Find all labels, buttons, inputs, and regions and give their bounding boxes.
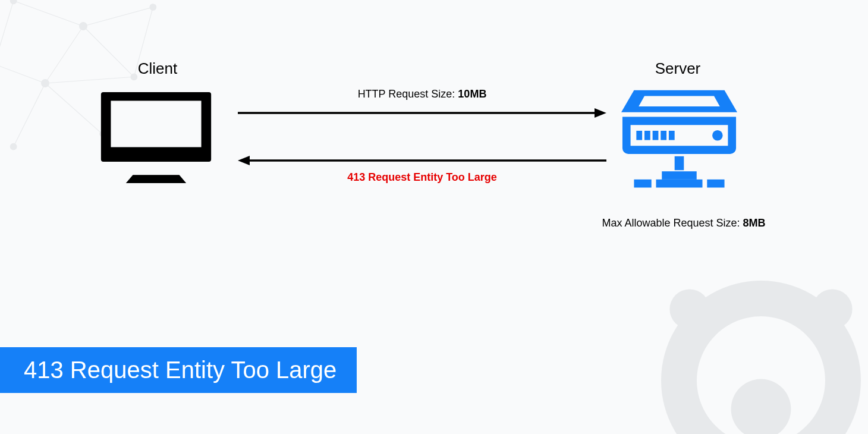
- svg-rect-34: [656, 180, 703, 188]
- svg-rect-26: [644, 131, 650, 140]
- max-request-label: Max Allowable Request Size: 8MB: [589, 217, 779, 229]
- request-size-label: HTTP Request Size: 10MB: [238, 88, 606, 100]
- svg-rect-32: [662, 171, 697, 180]
- svg-rect-24: [111, 101, 201, 147]
- svg-marker-23: [126, 175, 186, 183]
- svg-marker-37: [595, 108, 606, 118]
- server-icon: [621, 83, 737, 193]
- title-banner: 413 Request Entity Too Large: [0, 347, 357, 393]
- svg-rect-31: [675, 156, 684, 170]
- request-arrow: [238, 107, 606, 119]
- monitor-icon: [98, 89, 214, 187]
- svg-rect-27: [653, 131, 659, 140]
- svg-rect-33: [634, 180, 651, 188]
- svg-rect-28: [661, 131, 666, 140]
- server-label: Server: [618, 59, 737, 78]
- svg-rect-29: [669, 131, 675, 140]
- max-request-value: 8MB: [743, 217, 766, 229]
- max-request-prefix: Max Allowable Request Size:: [602, 217, 743, 229]
- response-arrow: [238, 155, 606, 166]
- request-size-prefix: HTTP Request Size:: [358, 88, 458, 100]
- response-error-label: 413 Request Entity Too Large: [238, 171, 606, 184]
- client-label: Client: [98, 59, 217, 78]
- svg-rect-25: [636, 131, 642, 140]
- svg-marker-39: [238, 156, 250, 165]
- svg-rect-35: [707, 180, 724, 188]
- request-size-value: 10MB: [458, 88, 486, 100]
- svg-point-30: [712, 130, 723, 141]
- diagram-canvas: Client Server: [0, 0, 868, 434]
